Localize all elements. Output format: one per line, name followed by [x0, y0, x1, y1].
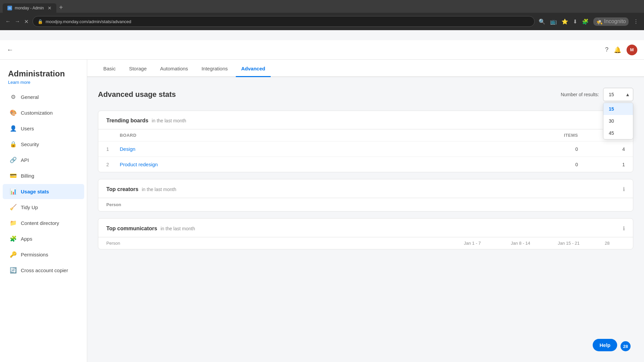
dropdown-option-15[interactable]: 15: [603, 103, 633, 115]
tab-advanced[interactable]: Advanced: [236, 60, 271, 77]
col-jan8: Jan 8 - 14: [511, 241, 558, 246]
sidebar-nav: ⚙ General 🎨 Customization 👤 Users 🔒 Secu…: [0, 89, 87, 362]
results-label: Number of results:: [561, 92, 599, 97]
top-creators-title-area: Top creators in the last month: [106, 186, 176, 192]
trending-boards-title: Trending boards: [106, 118, 148, 124]
top-communicators-card: Top communicators in the last month ℹ Pe…: [98, 218, 633, 249]
trending-boards-card: Trending boards in the last month Board …: [98, 111, 633, 172]
top-creators-header: Top creators in the last month ℹ: [98, 179, 633, 198]
new-tab-button[interactable]: +: [56, 2, 66, 13]
board-link-product-redesign[interactable]: Product redesign: [120, 162, 518, 167]
col-num: [106, 133, 120, 138]
sidebar-item-apps[interactable]: 🧩 Apps: [3, 231, 84, 246]
tabs-bar: Basic Storage Automations Integrations A…: [87, 60, 644, 77]
sidebar-item-label: Apps: [21, 236, 32, 242]
sidebar-item-users[interactable]: 👤 Users: [3, 121, 84, 136]
col-person-comm: Person: [106, 241, 464, 246]
sidebar-item-customization[interactable]: 🎨 Customization: [3, 105, 84, 120]
copy-icon: 🔄: [9, 267, 17, 274]
tab-storage[interactable]: Storage: [124, 60, 152, 77]
top-creators-title: Top creators: [106, 186, 139, 192]
sidebar-item-usage-stats[interactable]: 📊 Usage stats: [3, 184, 84, 199]
tab-basic[interactable]: Basic: [98, 60, 121, 77]
board-link-design[interactable]: Design: [120, 146, 518, 152]
top-communicators-subtitle: in the last month: [161, 226, 195, 231]
api-icon: 🔗: [9, 157, 17, 164]
col-jan1: Jan 1 - 7: [464, 241, 511, 246]
download-icon[interactable]: ⬇: [573, 18, 577, 25]
page-title: Advanced usage stats: [98, 90, 176, 99]
search-icon[interactable]: 🔍: [539, 18, 545, 25]
reload-button[interactable]: ✕: [24, 18, 29, 25]
trending-boards-subtitle: in the last month: [152, 118, 186, 123]
page-inner: Advanced usage stats Number of results: …: [87, 77, 644, 267]
tab-automations[interactable]: Automations: [155, 60, 193, 77]
tab-integrations[interactable]: Integrations: [196, 60, 233, 77]
billing-icon: 💳: [9, 172, 17, 179]
url-text: moodjoy.monday.com/admin/stats/advanced: [46, 19, 131, 24]
col-person: Person: [106, 202, 121, 207]
sidebar-header: Administration Learn more: [0, 60, 87, 89]
sidebar-item-label: Tidy Up: [21, 204, 38, 210]
browser-tabs: m monday - Admin ✕ +: [0, 0, 644, 13]
info-icon[interactable]: ℹ: [623, 186, 625, 192]
sidebar-item-cross-account[interactable]: 🔄 Cross account copier: [3, 263, 84, 278]
creators-table-header: Person: [98, 198, 633, 211]
folder-icon: 📁: [9, 220, 17, 227]
col-board: Board: [120, 133, 518, 138]
sidebar-item-billing[interactable]: 💳 Billing: [3, 168, 84, 183]
sidebar-item-permissions[interactable]: 🔑 Permissions: [3, 247, 84, 262]
tab-close-button[interactable]: ✕: [48, 5, 52, 11]
sidebar-item-label: Usage stats: [21, 189, 49, 194]
results-select-button[interactable]: 15 ▲: [603, 88, 633, 101]
dropdown-option-45[interactable]: 45: [603, 127, 633, 139]
sidebar-title: Administration: [8, 69, 79, 78]
back-button[interactable]: ←: [5, 18, 11, 24]
trending-boards-table-header: Board Items U: [98, 129, 633, 141]
notifications-icon[interactable]: 🔔: [614, 46, 621, 54]
top-nav-right: ? 🔔 M: [605, 45, 637, 55]
results-dropdown[interactable]: 15 ▲ 15 30 45: [603, 88, 633, 101]
learn-more-link[interactable]: Learn more: [8, 80, 79, 85]
sidebar-item-label: API: [21, 157, 29, 163]
help-icon[interactable]: ?: [605, 46, 608, 53]
trending-boards-header: Trending boards in the last month: [98, 111, 633, 129]
toolbar-icons: 🔍 📺 ⭐ ⬇ 🧩 🕵 Incognito ⋮: [539, 17, 639, 26]
address-bar[interactable]: 🔒 moodjoy.monday.com/admin/stats/advance…: [33, 16, 535, 27]
communicators-table-header: Person Jan 1 - 7 Jan 8 - 14 Jan 15 - 21 …: [98, 237, 633, 249]
app-layout: Administration Learn more ⚙ General 🎨 Cu…: [0, 60, 644, 362]
results-value: 15: [609, 92, 614, 97]
row-number: 1: [106, 146, 120, 152]
board-items: 0: [518, 162, 585, 167]
sidebar-item-label: Content directory: [21, 220, 59, 226]
sidebar-item-tidy-up[interactable]: 🧹 Tidy Up: [3, 200, 84, 215]
avatar[interactable]: M: [627, 45, 637, 55]
results-control: Number of results: 15 ▲ 15 30 45: [561, 88, 633, 101]
extensions-icon[interactable]: 🧩: [582, 18, 589, 25]
paint-icon: 🎨: [9, 109, 17, 116]
lock-icon: 🔒: [38, 19, 43, 24]
app-back-button[interactable]: ←: [7, 46, 13, 54]
apps-icon: 🧩: [9, 235, 17, 242]
browser-tab-active[interactable]: m monday - Admin ✕: [3, 3, 56, 13]
lock-icon: 🔒: [9, 141, 17, 148]
top-creators-subtitle: in the last month: [142, 187, 176, 192]
sidebar-item-content-directory[interactable]: 📁 Content directory: [3, 216, 84, 231]
sidebar-item-security[interactable]: 🔒 Security: [3, 137, 84, 152]
sidebar-item-label: General: [21, 94, 39, 100]
browser-chrome: m monday - Admin ✕ + ← → ✕ 🔒 moodjoy.mon…: [0, 0, 644, 30]
menu-icon[interactable]: ⋮: [633, 18, 639, 25]
main-content: Basic Storage Automations Integrations A…: [87, 60, 644, 362]
board-items: 0: [518, 146, 585, 152]
bookmark-icon[interactable]: ⭐: [561, 18, 568, 25]
dropdown-option-30[interactable]: 30: [603, 115, 633, 127]
incognito-badge: 🕵 Incognito: [593, 17, 629, 26]
help-button[interactable]: Help: [593, 339, 617, 351]
forward-button[interactable]: →: [15, 18, 20, 24]
cast-icon[interactable]: 📺: [550, 18, 557, 25]
chart-icon: 📊: [9, 188, 17, 195]
results-dropdown-menu: 15 30 45: [603, 103, 633, 139]
sidebar-item-general[interactable]: ⚙ General: [3, 89, 84, 105]
sidebar-item-api[interactable]: 🔗 API: [3, 153, 84, 168]
info-icon-comm[interactable]: ℹ: [623, 225, 625, 232]
